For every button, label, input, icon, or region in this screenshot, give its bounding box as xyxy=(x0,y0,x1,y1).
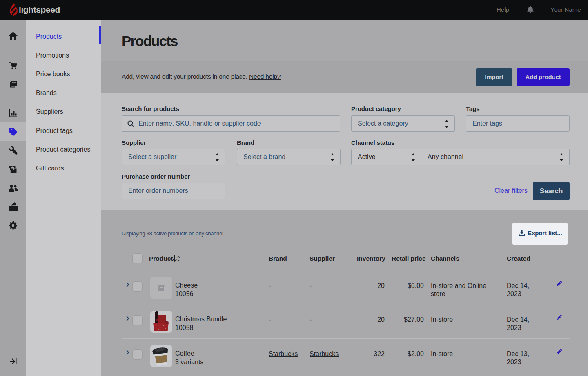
svg-text:A: A xyxy=(178,255,180,259)
svg-text:Z: Z xyxy=(178,259,180,263)
